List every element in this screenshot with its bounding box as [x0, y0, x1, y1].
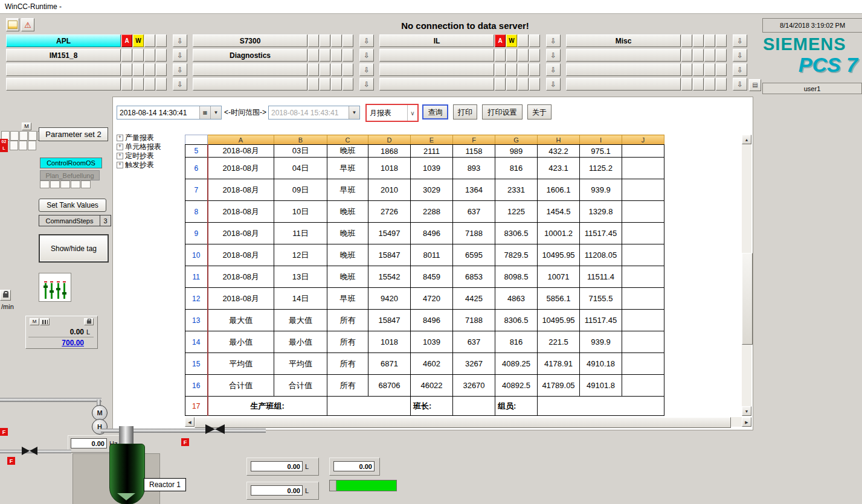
screen-select-button[interactable]: ▤	[749, 79, 761, 91]
horizontal-scrollbar[interactable]: ◀ ▶	[185, 417, 751, 427]
reactor-label[interactable]: Reactor 1	[144, 478, 186, 491]
nav-small-button[interactable]	[343, 49, 353, 62]
table-cell[interactable]: 6853	[453, 266, 495, 288]
table-cell[interactable]: 10495.95	[538, 310, 580, 331]
table-cell[interactable]: 939.9	[580, 179, 622, 201]
column-header-G[interactable]: G	[495, 135, 538, 145]
table-cell[interactable]: 15542	[368, 266, 411, 288]
nav-small-button[interactable]	[693, 34, 704, 47]
table-cell[interactable]: 41789.05	[538, 375, 580, 397]
column-header-E[interactable]: E	[411, 135, 453, 145]
report-type-combo[interactable]: 月报表 ∨	[365, 104, 419, 122]
column-header-D[interactable]: D	[368, 135, 411, 145]
nav-small-button[interactable]	[308, 63, 319, 76]
table-cell[interactable]: 1039	[411, 331, 453, 353]
set-tank-values-button[interactable]: Set Tank Values	[39, 199, 106, 212]
nav-small-button[interactable]	[693, 49, 704, 62]
table-cell[interactable]: 10495.95	[538, 244, 580, 266]
column-header-B[interactable]: B	[274, 135, 327, 145]
table-cell[interactable]	[622, 244, 664, 266]
table-cell[interactable]: 9420	[368, 288, 411, 310]
level-value-1[interactable]: 0.00	[251, 461, 303, 471]
nav-small-button[interactable]	[704, 63, 715, 76]
end-time-picker[interactable]: 2018-08-14 15:43:41 ▼	[268, 106, 360, 120]
table-cell[interactable]	[622, 179, 664, 201]
nav-button-empty[interactable]	[566, 63, 681, 76]
table-cell[interactable]: 3029	[411, 179, 453, 201]
row-number[interactable]: 13	[185, 310, 208, 331]
alarm-indicator-button[interactable]: A	[495, 34, 506, 47]
nav-small-button[interactable]	[133, 63, 144, 76]
nav-small-button[interactable]	[506, 49, 517, 62]
nav-small-button[interactable]	[495, 78, 506, 91]
nav-small-button[interactable]	[343, 78, 353, 91]
query-button[interactable]: 查询	[422, 104, 448, 120]
table-cell[interactable]	[538, 397, 664, 416]
nav-expand-button[interactable]: ⇩	[359, 34, 374, 47]
nav-expand-button[interactable]: ⇩	[546, 49, 561, 62]
table-cell[interactable]: 最大值	[274, 310, 327, 331]
table-cell[interactable]: 975.1	[580, 145, 622, 158]
table-cell[interactable]: 晚班	[327, 266, 368, 288]
setpoint-value[interactable]: 700.00	[31, 339, 84, 347]
calendar-icon[interactable]: ▦	[199, 106, 210, 119]
nav-small-button[interactable]	[121, 63, 132, 76]
table-cell[interactable]: 939.9	[580, 331, 622, 353]
table-cell[interactable]: 32670	[453, 375, 495, 397]
nav-button-empty[interactable]	[566, 49, 681, 62]
table-cell[interactable]: 7188	[453, 223, 495, 244]
nav-small-button[interactable]	[529, 63, 540, 76]
table-cell[interactable]: 10001.2	[538, 223, 580, 244]
row-number[interactable]: 12	[185, 288, 208, 310]
start-time-dropdown-icon[interactable]: ▼	[210, 106, 221, 119]
row-number[interactable]: 10	[185, 244, 208, 266]
nav-expand-button[interactable]: ⇩	[733, 78, 747, 91]
vertical-scrollbar[interactable]: ▲ ▼	[742, 135, 751, 416]
manual-mode-button[interactable]: M	[30, 318, 39, 325]
column-header-I[interactable]: I	[580, 135, 622, 145]
nav-small-button[interactable]	[704, 49, 715, 62]
nav-button-empty[interactable]	[566, 78, 681, 91]
row-number[interactable]: 14	[185, 331, 208, 353]
print-setup-button[interactable]: 打印设置	[482, 104, 523, 120]
column-header-A[interactable]: A	[208, 135, 274, 145]
lock-small-button[interactable]	[84, 318, 94, 325]
nav-button-empty[interactable]	[379, 78, 494, 91]
table-cell[interactable]	[327, 397, 411, 416]
table-cell[interactable]	[622, 158, 664, 179]
table-cell[interactable]: 所有	[327, 375, 368, 397]
nav-small-button[interactable]	[529, 78, 540, 91]
nav-button-empty[interactable]	[6, 63, 121, 76]
table-cell[interactable]: 1018	[368, 331, 411, 353]
table-cell[interactable]: 68706	[368, 375, 411, 397]
table-cell[interactable]: 所有	[327, 353, 368, 375]
table-cell[interactable]: 8459	[411, 266, 453, 288]
table-cell[interactable]: 15497	[368, 223, 411, 244]
nav-button-empty[interactable]	[6, 78, 121, 91]
table-cell[interactable]: 423.1	[538, 158, 580, 179]
vertical-scroll-thumb[interactable]	[742, 253, 753, 345]
table-cell[interactable]	[622, 375, 664, 397]
nav-small-button[interactable]	[343, 63, 353, 76]
nav-small-button[interactable]	[331, 34, 342, 47]
table-cell[interactable]: 893	[453, 158, 495, 179]
scroll-right-button[interactable]: ▶	[742, 417, 751, 427]
nav-expand-button[interactable]: ⇩	[359, 78, 374, 91]
nav-expand-button[interactable]: ⇩	[359, 49, 374, 62]
table-cell[interactable]: 1868	[368, 145, 411, 158]
horizontal-scroll-thumb[interactable]	[195, 417, 731, 428]
start-time-picker[interactable]: 2018-08-14 14:30:41 ▦ ▼	[117, 106, 222, 120]
warning-indicator-button[interactable]: W	[133, 34, 144, 47]
nav-expand-button[interactable]: ⇩	[546, 34, 561, 47]
warning-indicator-button[interactable]: W	[506, 34, 517, 47]
nav-small-button[interactable]	[144, 63, 155, 76]
row-number[interactable]: 7	[185, 179, 208, 201]
table-cell[interactable]: 组员:	[495, 397, 538, 416]
nav-expand-button[interactable]: ⇩	[173, 34, 187, 47]
tree-item[interactable]: +定时抄表	[117, 152, 184, 161]
column-header-F[interactable]: F	[453, 135, 495, 145]
table-cell[interactable]: 1125.2	[580, 158, 622, 179]
table-cell[interactable]: 8098.5	[495, 266, 538, 288]
table-cell[interactable]: 平均值	[208, 353, 274, 375]
table-cell[interactable]: 合计值	[274, 375, 327, 397]
